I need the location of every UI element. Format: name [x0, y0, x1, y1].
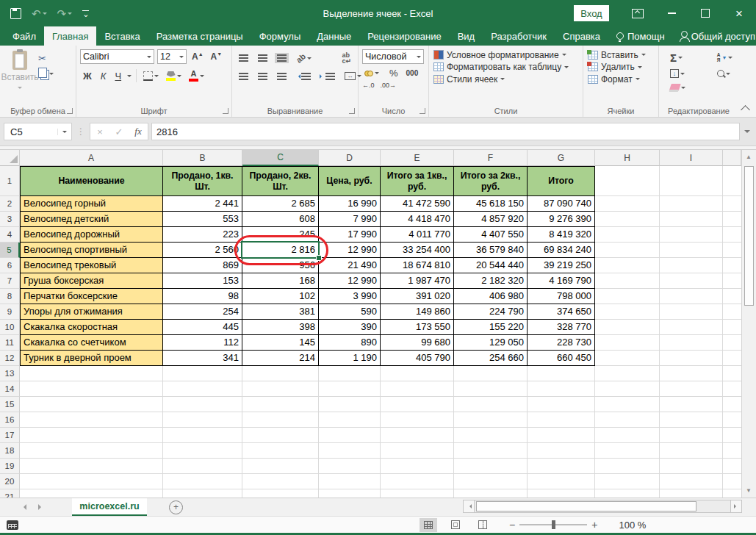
scroll-up-icon[interactable]: ▲	[744, 154, 753, 160]
cell-C8[interactable]: 102	[242, 289, 319, 304]
cell-C4[interactable]: 245	[242, 227, 319, 243]
cell-A20[interactable]	[20, 474, 163, 489]
cell-A19[interactable]	[20, 459, 163, 474]
cell-F7[interactable]: 2 182 320	[454, 273, 528, 289]
minimize-button[interactable]	[655, 0, 688, 26]
cell-G2[interactable]: 87 090 740	[528, 196, 595, 212]
insert-cells-button[interactable]: Вставить	[588, 50, 657, 60]
accounting-format-button[interactable]	[362, 68, 381, 78]
column-header-G[interactable]: G	[528, 150, 595, 166]
cell-D14[interactable]	[319, 381, 381, 397]
column-header-E[interactable]: E	[381, 150, 454, 166]
enter-button[interactable]: ✓	[109, 126, 129, 137]
number-format-combo[interactable]: Числовой	[362, 49, 424, 64]
wrap-text-button[interactable]: abc↵	[339, 51, 353, 65]
font-dialog-launcher[interactable]	[223, 108, 228, 114]
cell-E15[interactable]	[381, 397, 454, 412]
cell-I7[interactable]	[660, 273, 723, 289]
cell-I13[interactable]	[660, 366, 723, 381]
cell-B5[interactable]: 2 560	[163, 243, 242, 258]
cell-D10[interactable]: 390	[319, 320, 381, 335]
cell-B12[interactable]: 341	[163, 351, 242, 366]
cell-B7[interactable]: 153	[163, 273, 242, 289]
cell-E3[interactable]: 4 418 470	[381, 212, 454, 227]
cell-C13[interactable]	[242, 366, 319, 381]
column-header-F[interactable]: F	[454, 150, 528, 166]
cell-A16[interactable]	[20, 412, 163, 428]
cell-C6[interactable]: 956	[242, 258, 319, 273]
cell-D7[interactable]: 12 990	[319, 273, 381, 289]
zoom-level[interactable]: 100 %	[612, 520, 646, 531]
name-box-dropdown[interactable]	[57, 129, 71, 135]
column-header-C[interactable]: C	[242, 150, 319, 166]
undo-button[interactable]: ↶	[32, 8, 47, 19]
page-layout-view-button[interactable]	[447, 518, 464, 532]
cell-B21[interactable]	[163, 489, 242, 498]
cell-I21[interactable]	[660, 489, 723, 498]
vertical-scrollbar-thumb[interactable]	[744, 166, 754, 306]
cell-G20[interactable]	[528, 474, 595, 489]
macro-record-icon[interactable]	[7, 520, 18, 530]
cell-partial[interactable]	[723, 366, 741, 381]
cell-partial[interactable]	[723, 196, 741, 212]
row-header-1[interactable]: 1	[0, 166, 20, 196]
cell-I2[interactable]	[660, 196, 723, 212]
cell-B11[interactable]: 112	[163, 335, 242, 351]
cell-I6[interactable]	[660, 258, 723, 273]
cell-partial[interactable]	[723, 412, 741, 428]
cell-partial[interactable]	[723, 474, 741, 489]
name-box[interactable]: C5	[4, 123, 72, 140]
cell-F19[interactable]	[454, 459, 528, 474]
cell-I20[interactable]	[660, 474, 723, 489]
row-header-9[interactable]: 9	[0, 304, 20, 320]
cell-E20[interactable]	[381, 474, 454, 489]
column-header-B[interactable]: B	[163, 150, 242, 166]
cell-E7[interactable]: 1 987 470	[381, 273, 454, 289]
grow-font-button[interactable]: А▲	[190, 51, 206, 62]
cell-H12[interactable]	[595, 351, 660, 366]
cell-D21[interactable]	[319, 489, 381, 498]
italic-button[interactable]: К	[98, 70, 109, 82]
cell-H10[interactable]	[595, 320, 660, 335]
cell-C18[interactable]	[242, 443, 319, 459]
tab-Общий доступ[interactable]: Общий доступ	[673, 26, 756, 46]
bold-button[interactable]: Ж	[80, 70, 95, 82]
cell-partial[interactable]	[723, 289, 741, 304]
new-sheet-button[interactable]: +	[169, 500, 183, 514]
cell-C2[interactable]: 2 685	[242, 196, 319, 212]
cell-C17[interactable]	[242, 428, 319, 443]
cell-G14[interactable]	[528, 381, 595, 397]
cell-A2[interactable]: Велосипед горный	[20, 196, 163, 212]
cell-I19[interactable]	[660, 459, 723, 474]
borders-button[interactable]	[141, 70, 161, 82]
cell-H15[interactable]	[595, 397, 660, 412]
cell-D6[interactable]: 21 490	[319, 258, 381, 273]
row-header-20[interactable]: 20	[0, 474, 20, 489]
cell-A4[interactable]: Велосипед дорожный	[20, 227, 163, 243]
cell-D20[interactable]	[319, 474, 381, 489]
cell-partial[interactable]	[723, 459, 741, 474]
cell-H7[interactable]	[595, 273, 660, 289]
format-cells-button[interactable]: Формат	[588, 74, 657, 85]
conditional-formatting-button[interactable]: Условное форматирование	[433, 50, 581, 60]
cell-B3[interactable]: 553	[163, 212, 242, 227]
cell-D19[interactable]	[319, 459, 381, 474]
zoom-slider-thumb[interactable]	[552, 520, 555, 529]
cell-partial[interactable]	[723, 227, 741, 243]
cell-A1[interactable]: Наименование	[20, 166, 163, 196]
column-header-A[interactable]: A	[20, 150, 163, 166]
cell-H8[interactable]	[595, 289, 660, 304]
sign-in-button[interactable]: Вход	[574, 5, 609, 21]
cell-B2[interactable]: 2 441	[163, 196, 242, 212]
cell-H21[interactable]	[595, 489, 660, 498]
cell-B17[interactable]	[163, 428, 242, 443]
cell-E17[interactable]	[381, 428, 454, 443]
cell-I1[interactable]	[660, 166, 723, 196]
cell-C16[interactable]	[242, 412, 319, 428]
cell-A9[interactable]: Упоры для отжимания	[20, 304, 163, 320]
cell-H9[interactable]	[595, 304, 660, 320]
cell-B9[interactable]: 254	[163, 304, 242, 320]
row-header-6[interactable]: 6	[0, 258, 20, 273]
align-middle-button[interactable]	[256, 53, 270, 63]
column-header-partial[interactable]	[723, 150, 741, 166]
